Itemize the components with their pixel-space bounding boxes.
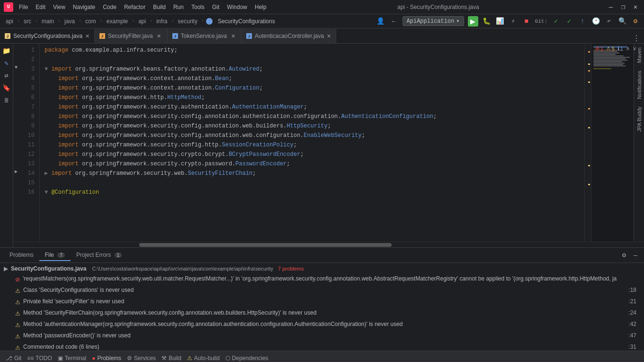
nav-class[interactable]: SecurityConfigurations bbox=[216, 17, 277, 26]
profile-run-icon[interactable]: ⚡ bbox=[509, 17, 518, 26]
warn-count-badge[interactable]: ⚠ 5 bbox=[606, 45, 615, 52]
menu-file[interactable]: File bbox=[15, 2, 32, 12]
search-icon[interactable]: 🔍 bbox=[617, 17, 627, 26]
menu-tools[interactable]: Tools bbox=[188, 2, 208, 12]
h-scroll-thumb[interactable] bbox=[139, 243, 392, 247]
problem-item-3[interactable]: ⚠ Method 'SecurityFilterChain(org.spring… bbox=[4, 308, 640, 319]
fold-icon-14[interactable]: ▶ bbox=[45, 169, 51, 178]
debug-icon[interactable]: 🐛 bbox=[482, 17, 492, 26]
sidebar-project-icon[interactable]: 📁 bbox=[1, 45, 12, 56]
git-push-icon[interactable]: ↑ bbox=[578, 17, 587, 26]
menu-edit[interactable]: Edit bbox=[32, 2, 49, 12]
menu-run[interactable]: Run bbox=[170, 2, 188, 12]
run-button[interactable]: ▶ bbox=[468, 16, 478, 27]
menu-git[interactable]: Git bbox=[208, 2, 223, 12]
menu-view[interactable]: View bbox=[49, 2, 69, 12]
problem-item-1[interactable]: ⚠ Class 'SecurityConfigurations' is neve… bbox=[4, 285, 640, 296]
git-check2-icon[interactable]: ✓ bbox=[564, 17, 574, 26]
build-button[interactable]: ⚒ Build bbox=[161, 355, 181, 362]
menu-build[interactable]: Build bbox=[149, 2, 170, 12]
problems-button[interactable]: ● Problems bbox=[92, 355, 121, 362]
horizontal-scrollbar[interactable] bbox=[13, 242, 644, 247]
back-icon[interactable]: ← bbox=[389, 17, 399, 26]
notifications-label[interactable]: Notifications bbox=[635, 67, 644, 103]
coverage-icon[interactable]: 📊 bbox=[495, 17, 505, 26]
todo-button[interactable]: ≡≡ TODO bbox=[27, 355, 52, 362]
sidebar-pull-requests-icon[interactable]: ⇄ bbox=[1, 70, 12, 81]
tab-security-filter[interactable]: J SecurityFilter.java ✕ bbox=[95, 29, 168, 43]
problems-file-header[interactable]: ▶ SecurityConfigurations.java C:\Users\c… bbox=[4, 264, 640, 273]
err-gutter-13 bbox=[19, 157, 23, 167]
services-button[interactable]: ⚙ Services bbox=[127, 355, 156, 362]
git-revert-icon[interactable]: ↶ bbox=[604, 17, 614, 26]
problems-close-icon[interactable]: — bbox=[631, 251, 640, 260]
stop-icon[interactable]: ■ bbox=[522, 17, 531, 26]
minimize-button[interactable]: — bbox=[606, 2, 616, 12]
menu-navigate[interactable]: Navigate bbox=[69, 2, 99, 12]
fold-icon-3[interactable]: ▼ bbox=[45, 64, 51, 74]
expand-icon[interactable]: ∧ bbox=[626, 45, 630, 52]
tab-problems[interactable]: Problems bbox=[4, 250, 39, 261]
problems-settings-icon[interactable]: ⚙ bbox=[619, 251, 629, 260]
problem-item-4[interactable]: ⚠ Method 'authenticationManager(org.spri… bbox=[4, 319, 640, 330]
tab-close-1[interactable]: ✕ bbox=[156, 33, 162, 39]
tab-project-errors[interactable]: Project Errors 1 bbox=[71, 250, 127, 261]
auto-build-button[interactable]: ⚠ Auto-build bbox=[187, 355, 220, 362]
sidebar-bookmarks-icon[interactable]: 🔖 bbox=[1, 82, 12, 93]
nav-com[interactable]: com bbox=[83, 17, 98, 26]
nav-api[interactable]: api bbox=[4, 17, 15, 26]
problem-item-5[interactable]: ⚠ Method 'passwordEncoder()' is never us… bbox=[4, 330, 640, 342]
git-history-icon[interactable]: 🕐 bbox=[591, 17, 600, 26]
git-check-icon[interactable]: ✓ bbox=[551, 17, 561, 26]
terminal-button[interactable]: ▣ Terminal bbox=[58, 355, 86, 362]
sidebar-commit-icon[interactable]: ✎ bbox=[1, 58, 12, 68]
collapse-icon[interactable]: ∨ bbox=[633, 45, 636, 52]
problem-item-6[interactable]: ⚠ Commented out code (6 lines) :31 bbox=[4, 342, 640, 351]
sidebar-structure-icon[interactable]: ≣ bbox=[1, 95, 12, 105]
code-lines[interactable]: package com.example.api.infra.security; … bbox=[40, 44, 584, 242]
tab-autenticacao-controller[interactable]: J AutenticacaoController.java ✕ bbox=[242, 29, 336, 43]
error-count-badge[interactable]: ⊘ 1 bbox=[595, 45, 603, 52]
jpa-buddy-label[interactable]: JPA Buddy bbox=[635, 103, 644, 136]
tab-close-2[interactable]: ✕ bbox=[230, 33, 236, 39]
git-tool-button[interactable]: ⎇ Git bbox=[6, 355, 21, 362]
fold-line-14[interactable]: ▶ bbox=[13, 167, 19, 176]
tab-close-3[interactable]: ✕ bbox=[327, 33, 331, 39]
nav-main[interactable]: main bbox=[40, 17, 56, 26]
file-tab-label: File bbox=[45, 252, 54, 258]
close-button[interactable]: ✕ bbox=[631, 2, 640, 12]
problem-item-2[interactable]: ⚠ Private field 'securityFilter' is neve… bbox=[4, 296, 640, 308]
menu-help[interactable]: Help bbox=[251, 2, 270, 12]
nav-infra[interactable]: infra bbox=[154, 17, 169, 26]
tab-file[interactable]: File 7 bbox=[39, 250, 71, 261]
nav-security[interactable]: security bbox=[176, 17, 199, 26]
tab-close-0[interactable]: ✕ bbox=[85, 33, 89, 39]
problems-tool-icon: ● bbox=[92, 355, 95, 362]
menu-window[interactable]: Window bbox=[223, 2, 251, 12]
nav-api2[interactable]: api bbox=[136, 17, 148, 26]
profile-icon[interactable]: 👤 bbox=[376, 17, 385, 26]
info-count-badge[interactable]: ℹ 1 bbox=[617, 45, 623, 52]
tabs-more-button[interactable]: ⋮ bbox=[629, 34, 644, 43]
maximize-button[interactable]: ❐ bbox=[618, 2, 628, 12]
dependencies-button[interactable]: ⬡ Dependencies bbox=[225, 355, 268, 362]
todo-label: TODO bbox=[36, 355, 52, 362]
right-scrollbar[interactable] bbox=[584, 44, 591, 242]
tab-security-configurations[interactable]: J SecurityConfigurations.java ✕ bbox=[0, 29, 95, 43]
fold-icon-16[interactable]: ▼ bbox=[45, 188, 51, 197]
nav-example[interactable]: example bbox=[105, 17, 130, 26]
tab-label-1: SecurityFilter.java bbox=[108, 33, 153, 39]
run-config-dropdown[interactable]: ApiApplication ▾ bbox=[402, 16, 464, 26]
fold-line-3[interactable]: ▼ bbox=[13, 63, 19, 72]
tab-token-service[interactable]: J TokenService.java ✕ bbox=[168, 29, 242, 43]
nav-java[interactable]: java bbox=[63, 17, 77, 26]
minimap[interactable] bbox=[591, 44, 634, 242]
err-gutter-6 bbox=[19, 91, 23, 100]
settings-icon[interactable]: ⚙ bbox=[631, 17, 640, 26]
menu-refactor[interactable]: Refactor bbox=[120, 2, 149, 12]
nav-bar: api › src › main › java › com › example … bbox=[0, 14, 644, 28]
nav-src[interactable]: src bbox=[22, 17, 33, 26]
menu-code[interactable]: Code bbox=[99, 2, 120, 12]
problem-item-0[interactable]: ⊘ 'requestMatchers(org.springframework.s… bbox=[4, 273, 640, 285]
bottom-toolbar: ⎇ Git ≡≡ TODO ▣ Terminal ● Problems ⚙ Se… bbox=[0, 351, 644, 362]
